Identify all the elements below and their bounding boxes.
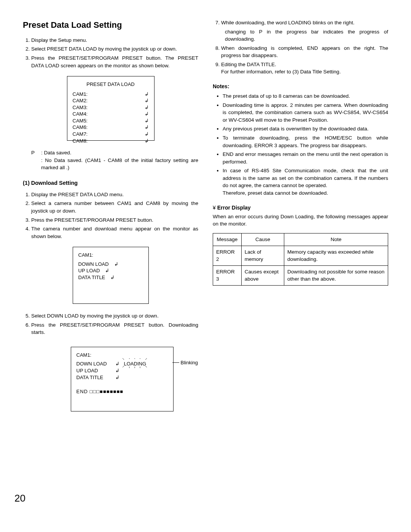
list-item: The preset data of up to 8 cameras can b…	[223, 92, 388, 100]
list-item: To terminate downloading, press the HOME…	[223, 134, 388, 149]
svg-line-9	[145, 366, 147, 367]
legend: P: Data saved. : No Data saved. (CAM1 - …	[23, 149, 198, 172]
progress-line: END □□□■■■■■■■	[76, 388, 168, 395]
list-item: Display the Setup menu.	[31, 37, 198, 44]
list-item: While downloading, the word LOADING blin…	[221, 19, 388, 43]
download-steps: Display the PRESET DATA LOAD menu. Selec…	[23, 191, 198, 240]
screen-cam-loading: CAM1: DOWN LOAD ↲	[71, 347, 174, 411]
notes-heading: Notes:	[213, 83, 388, 90]
screen-title: CAM1:	[78, 252, 143, 259]
list-item: Select DOWN LOAD by moving the joystick …	[31, 312, 198, 320]
two-column-layout: Preset Data Load Setting Display the Set…	[23, 19, 388, 487]
list-item: The camera number and download menu appe…	[31, 225, 198, 240]
table-row: ERROR 2 Lack of memory Memory capacity w…	[213, 246, 388, 265]
list-item: Select a camera number between CAM1 and …	[31, 200, 198, 214]
sub-line: changing to P in the progress bar indica…	[221, 28, 388, 43]
list-item: In case of RS-485 Site Communication mod…	[223, 167, 388, 197]
list-item: Downloading time is approx. 2 minutes pe…	[223, 102, 388, 124]
screen3-wrap: CAM1: DOWN LOAD ↲	[23, 340, 198, 420]
intro-steps: Display the Setup menu. Select PRESET DA…	[23, 37, 198, 69]
right-column: While downloading, the word LOADING blin…	[213, 19, 388, 487]
list-item: Select PRESET DATA LOAD by moving the jo…	[31, 45, 198, 53]
download-setting-heading: (1) Download Setting	[23, 179, 198, 187]
screen-cam-menu: CAM1: DOWN LOAD↲ UP LOAD↲ DATA TITLE↲	[73, 247, 149, 304]
list-item: END and error messages remain on the men…	[223, 151, 388, 165]
blinking-callout: Blinking	[172, 359, 198, 366]
screen-rows: CAM1:↲ CAM2:↲ CAM3:↲ CAM4:↲ CAM5:↲ CAM6:…	[73, 91, 149, 144]
list-item: Editing the DATA TITLE. For further info…	[221, 61, 388, 76]
list-item: Press the PRESET/SET/PROGRAM PRESET butt…	[31, 54, 198, 69]
col-cause: Cause	[241, 233, 284, 246]
svg-line-0	[123, 358, 124, 360]
col-note: Note	[284, 233, 388, 246]
table-row: ERROR 3 Causes except above Downloading …	[213, 265, 388, 285]
download-steps-5-6: Select DOWN LOAD by moving the joystick …	[23, 312, 198, 336]
svg-line-4	[145, 358, 147, 360]
list-item: When downloading is completed, END appea…	[221, 44, 388, 59]
left-column: Preset Data Load Setting Display the Set…	[23, 19, 198, 487]
list-item: Any previous preset data is overwritten …	[223, 125, 388, 133]
screen-title: PRESET DATA LOAD	[73, 81, 149, 88]
error-table: Message Cause Note ERROR 2 Lack of memor…	[213, 233, 388, 286]
screen-preset-data-load: PRESET DATA LOAD CAM1:↲ CAM2:↲ CAM3:↲ CA…	[67, 76, 155, 141]
table-header-row: Message Cause Note	[213, 233, 388, 246]
right-steps: While downloading, the word LOADING blin…	[213, 19, 388, 76]
col-message: Message	[213, 233, 242, 246]
svg-line-5	[123, 366, 124, 367]
loading-text: LOADING	[124, 360, 147, 367]
screen-title: CAM1:	[76, 352, 168, 359]
list-item: Display the PRESET DATA LOAD menu.	[31, 191, 198, 199]
list-item: Press the PRESET/SET/PROGRAM PRESET butt…	[31, 216, 198, 224]
notes-list: The preset data of up to 8 cameras can b…	[213, 92, 388, 197]
error-intro: When an error occurs during Down Loading…	[213, 213, 388, 228]
page-title: Preset Data Load Setting	[23, 19, 198, 31]
error-display-heading: ¥ Error Display	[213, 204, 388, 211]
list-item: Press the PRESET/SET/PROGRAM PRESET butt…	[31, 321, 198, 336]
page-number: 20	[14, 491, 25, 502]
